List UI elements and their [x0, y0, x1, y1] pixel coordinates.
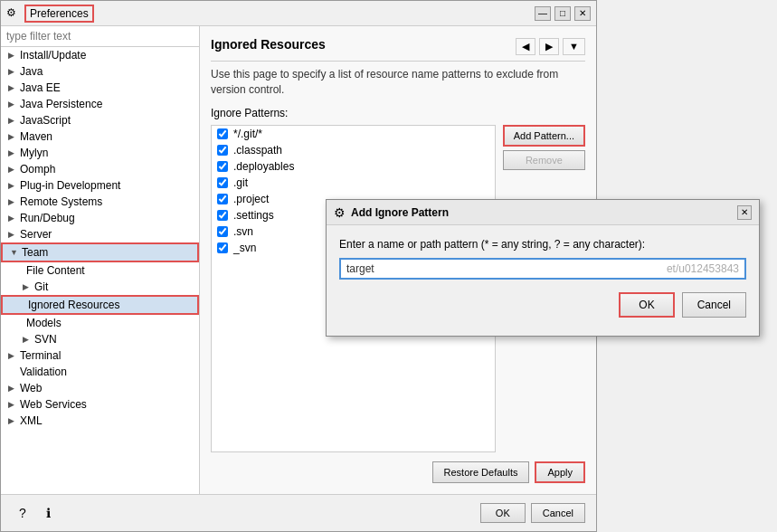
sidebar-item-oomph[interactable]: ▶ Oomph	[1, 161, 199, 177]
list-item[interactable]: .classpath	[212, 142, 495, 158]
minimize-button[interactable]: —	[535, 6, 551, 21]
pattern-checkbox[interactable]	[217, 194, 228, 204]
arrow-icon: ▶	[8, 116, 17, 125]
arrow-icon: ▶	[8, 181, 17, 190]
pattern-checkbox[interactable]	[217, 177, 228, 188]
modal-cancel-button[interactable]: Cancel	[682, 292, 746, 318]
sidebar-item-label: Maven	[20, 130, 52, 143]
content-description: Use this page to specify a list of resou…	[211, 67, 585, 98]
back-button[interactable]: ◀	[516, 38, 535, 55]
sidebar-item-terminal[interactable]: ▶ Terminal	[1, 347, 199, 364]
sidebar-item-run-debug[interactable]: ▶ Run/Debug	[1, 210, 199, 226]
arrow-icon: ▶	[8, 416, 17, 425]
arrow-icon: ▶	[8, 230, 17, 239]
arrow-icon: ▶	[23, 282, 32, 291]
pref-footer: ? ℹ OK Cancel	[1, 494, 596, 531]
sidebar-item-label: Install/Update	[20, 49, 86, 62]
sidebar-item-server[interactable]: ▶ Server	[1, 226, 199, 242]
sidebar-item-label: Team	[22, 246, 48, 259]
sidebar-item-label: Validation	[20, 366, 67, 378]
pattern-text: _svn	[233, 242, 256, 254]
modal-icon: ⚙	[334, 205, 346, 220]
sidebar-item-xml[interactable]: ▶ XML	[1, 413, 199, 429]
pattern-text: .svn	[233, 225, 253, 238]
pattern-input[interactable]	[346, 262, 667, 275]
dropdown-button[interactable]: ▼	[563, 38, 585, 55]
sidebar-item-models[interactable]: Models	[1, 315, 199, 331]
modal-close-button[interactable]: ✕	[737, 205, 752, 220]
sidebar-item-label: Oomph	[20, 163, 55, 176]
arrow-icon: ▶	[8, 51, 17, 60]
arrow-icon: ▶	[8, 100, 17, 109]
sidebar-item-label: Server	[20, 228, 52, 241]
help-button[interactable]: ?	[12, 502, 33, 524]
modal-titlebar: ⚙ Add Ignore Pattern ✕	[327, 200, 759, 225]
sidebar-item-plugin-development[interactable]: ▶ Plug-in Development	[1, 177, 199, 194]
sidebar-item-label: Java Persistence	[20, 98, 102, 110]
sidebar-item-java-persistence[interactable]: ▶ Java Persistence	[1, 96, 199, 112]
title-left: ⚙ Preferences	[6, 5, 94, 23]
restore-defaults-button[interactable]: Restore Defaults	[432, 461, 530, 483]
pref-icon: ⚙	[6, 6, 21, 21]
sidebar-child-label: Git	[34, 280, 48, 293]
maximize-button[interactable]: □	[554, 6, 571, 21]
arrow-icon: ▶	[8, 197, 17, 206]
pattern-checkbox[interactable]	[217, 210, 228, 221]
pattern-checkbox[interactable]	[217, 226, 228, 237]
sidebar-item-validation[interactable]: ▶ Validation	[1, 364, 199, 380]
sidebar: ▶ Install/Update ▶ Java ▶ Java EE ▶ Java…	[1, 26, 200, 494]
forward-button[interactable]: ▶	[539, 38, 559, 55]
add-pattern-button[interactable]: Add Pattern...	[503, 125, 585, 147]
content-title: Ignored Resources	[211, 37, 326, 52]
pattern-checkbox[interactable]	[217, 161, 228, 172]
sidebar-item-java-ee[interactable]: ▶ Java EE	[1, 80, 199, 96]
apply-button[interactable]: Apply	[535, 461, 585, 483]
sidebar-item-remote-systems[interactable]: ▶ Remote Systems	[1, 194, 199, 210]
pattern-checkbox[interactable]	[217, 128, 228, 139]
sidebar-item-maven[interactable]: ▶ Maven	[1, 128, 199, 145]
sidebar-child-label: Ignored Resources	[28, 299, 119, 311]
close-button[interactable]: ✕	[574, 6, 591, 21]
arrow-icon: ▶	[23, 335, 32, 344]
sidebar-item-label: Web	[20, 382, 42, 394]
arrow-icon: ▼	[10, 248, 19, 257]
sidebar-item-team[interactable]: ▼ Team	[1, 242, 199, 262]
sidebar-item-web[interactable]: ▶ Web	[1, 380, 199, 396]
modal-body: Enter a name or path pattern (* = any st…	[327, 225, 759, 336]
modal-input-wrap: et/u012453843	[339, 258, 746, 280]
sidebar-item-label: Run/Debug	[20, 212, 75, 224]
modal-ok-button[interactable]: OK	[619, 292, 674, 318]
pattern-text: .settings	[233, 209, 274, 222]
sidebar-item-ignored-resources[interactable]: Ignored Resources	[1, 295, 199, 315]
sidebar-item-java[interactable]: ▶ Java	[1, 63, 199, 80]
pattern-checkbox[interactable]	[217, 242, 228, 253]
content-footer: Restore Defaults Apply	[211, 452, 585, 483]
arrow-icon: ▶	[8, 214, 17, 223]
sidebar-item-label: JavaScript	[20, 114, 71, 127]
sidebar-item-web-services[interactable]: ▶ Web Services	[1, 396, 199, 413]
sidebar-item-install-update[interactable]: ▶ Install/Update	[1, 47, 199, 63]
pattern-text: .classpath	[233, 144, 282, 157]
sidebar-item-label: Java	[20, 65, 43, 78]
remove-button[interactable]: Remove	[503, 150, 585, 170]
sidebar-item-javascript[interactable]: ▶ JavaScript	[1, 112, 199, 128]
filter-input[interactable]	[1, 26, 199, 47]
sidebar-item-mylyn[interactable]: ▶ Mylyn	[1, 145, 199, 161]
pattern-checkbox[interactable]	[217, 145, 228, 156]
nav-buttons: ◀ ▶ ▼	[516, 38, 585, 55]
modal-title-text: Add Ignore Pattern	[351, 206, 449, 219]
list-item[interactable]: .deployables	[212, 158, 495, 175]
cancel-button[interactable]: Cancel	[531, 503, 585, 523]
list-item[interactable]: */.git/*	[212, 126, 495, 142]
sidebar-item-file-content[interactable]: File Content	[1, 262, 199, 279]
ok-button[interactable]: OK	[480, 503, 526, 523]
titlebar: ⚙ Preferences — □ ✕	[1, 1, 596, 26]
info-button[interactable]: ℹ	[37, 502, 59, 524]
list-item[interactable]: .git	[212, 175, 495, 191]
arrow-icon: ▶	[8, 67, 17, 76]
sidebar-item-label: Plug-in Development	[20, 179, 120, 192]
sidebar-item-git[interactable]: ▶ Git	[1, 279, 199, 295]
sidebar-item-label: Remote Systems	[20, 195, 102, 208]
sidebar-item-svn[interactable]: ▶ SVN	[1, 331, 199, 347]
modal-title-left: ⚙ Add Ignore Pattern	[334, 205, 449, 220]
